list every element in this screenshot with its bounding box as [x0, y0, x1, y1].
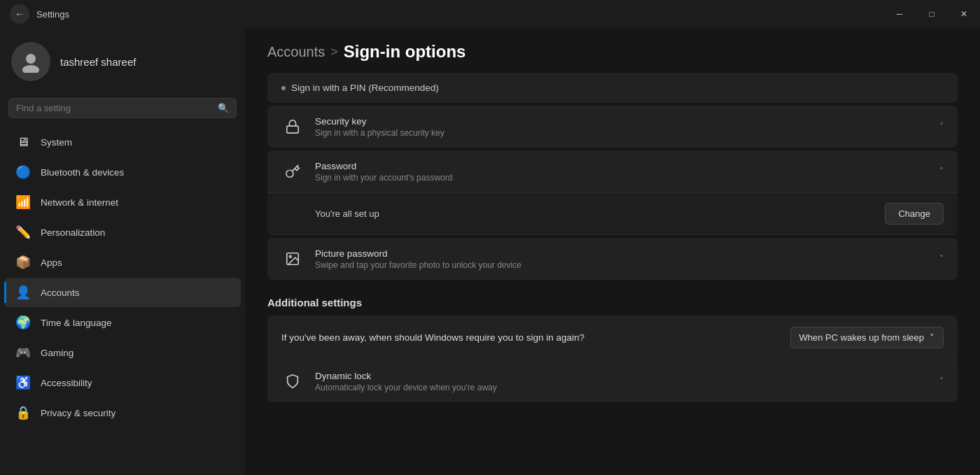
- security-key-card: Security key Sign in with a physical sec…: [267, 106, 958, 148]
- picture-password-chevron: ˅: [939, 254, 944, 264]
- security-key-row[interactable]: Security key Sign in with a physical sec…: [267, 106, 958, 148]
- sidebar-item-network[interactable]: 📶 Network & internet: [4, 187, 241, 217]
- picture-password-row[interactable]: Picture password Swipe and tap your favo…: [267, 238, 958, 280]
- pin-text: Sign in with a PIN (Recommended): [291, 83, 439, 93]
- sidebar-item-personalization[interactable]: ✏️ Personalization: [4, 218, 241, 247]
- password-row[interactable]: Password Sign in with your account's pas…: [267, 150, 958, 193]
- pin-dot-icon: [281, 86, 286, 90]
- picture-password-card: Picture password Swipe and tap your favo…: [267, 238, 958, 280]
- gaming-label: Gaming: [41, 348, 74, 358]
- sidebar-item-system[interactable]: 🖥 System: [4, 127, 241, 157]
- sidebar-item-time[interactable]: 🌍 Time & language: [4, 308, 241, 337]
- sidebar-item-accounts[interactable]: 👤 Accounts: [4, 278, 241, 307]
- gaming-icon: 🎮: [15, 345, 31, 360]
- additional-settings-heading: Additional settings: [267, 283, 958, 316]
- apps-icon: 📦: [15, 255, 31, 270]
- bluetooth-label: Bluetooth & devices: [41, 167, 124, 178]
- away-question: If you've been away, when should Windows…: [281, 332, 790, 343]
- settings-content: Sign in with a PIN (Recommended) Securit…: [245, 73, 980, 427]
- search-input[interactable]: [16, 103, 212, 113]
- avatar: [11, 42, 50, 81]
- password-title: Password: [315, 161, 928, 171]
- password-desc: Sign in with your account's password: [315, 173, 928, 183]
- accounts-label: Accounts: [41, 288, 80, 298]
- maximize-button[interactable]: □: [916, 0, 948, 28]
- main-layout: tashreef shareef 🔍 🖥 System 🔵 Bluetooth …: [0, 28, 980, 475]
- sidebar-item-bluetooth[interactable]: 🔵 Bluetooth & devices: [4, 157, 241, 187]
- sidebar-item-accessibility[interactable]: ♿ Accessibility: [4, 368, 241, 397]
- security-key-icon: [281, 115, 304, 138]
- username-label: tashreef shareef: [60, 56, 136, 68]
- svg-point-1: [22, 65, 39, 73]
- away-setting-row[interactable]: If you've been away, when should Windows…: [267, 316, 958, 360]
- setup-text: You're all set up: [315, 208, 379, 219]
- titlebar: ← Settings ─ □ ✕: [0, 0, 980, 28]
- search-wrap: 🔍: [0, 92, 245, 127]
- minimize-button[interactable]: ─: [883, 0, 916, 28]
- back-button[interactable]: ←: [10, 4, 29, 24]
- password-card: Password Sign in with your account's pas…: [267, 150, 958, 235]
- bluetooth-icon: 🔵: [15, 164, 31, 180]
- password-chevron: ˄: [939, 166, 944, 176]
- dynamic-lock-icon: [281, 370, 304, 392]
- window-controls: ─ □ ✕: [883, 0, 980, 28]
- pin-row[interactable]: Sign in with a PIN (Recommended): [267, 73, 958, 103]
- picture-password-text: Picture password Swipe and tap your favo…: [315, 248, 928, 270]
- sidebar: tashreef shareef 🔍 🖥 System 🔵 Bluetooth …: [0, 28, 245, 475]
- dynamic-lock-chevron: ˅: [939, 376, 944, 386]
- system-icon: 🖥: [15, 134, 31, 150]
- svg-point-4: [289, 255, 291, 257]
- nav-list: 🖥 System 🔵 Bluetooth & devices 📶 Network…: [0, 127, 245, 428]
- time-label: Time & language: [41, 318, 112, 328]
- security-key-chevron: ˅: [939, 122, 944, 132]
- svg-point-0: [26, 54, 36, 64]
- network-label: Network & internet: [41, 197, 118, 208]
- additional-settings-card: If you've been away, when should Windows…: [267, 316, 958, 402]
- search-icon: 🔍: [218, 103, 229, 113]
- dynamic-lock-row[interactable]: Dynamic lock Automatically lock your dev…: [267, 360, 958, 402]
- content-area: Accounts > Sign-in options Sign in with …: [245, 28, 980, 475]
- dropdown-chevron-icon: ˅: [930, 332, 934, 343]
- page-header: Accounts > Sign-in options: [245, 28, 980, 73]
- away-dropdown-value: When PC wakes up from sleep: [799, 332, 924, 343]
- security-key-text: Security key Sign in with a physical sec…: [315, 116, 928, 138]
- accessibility-label: Accessibility: [41, 378, 92, 388]
- password-text: Password Sign in with your account's pas…: [315, 161, 928, 183]
- search-box[interactable]: 🔍: [8, 98, 237, 118]
- sidebar-item-gaming[interactable]: 🎮 Gaming: [4, 338, 241, 367]
- page-title: Sign-in options: [344, 42, 466, 62]
- picture-password-desc: Swipe and tap your favorite photo to unl…: [315, 260, 928, 270]
- close-button[interactable]: ✕: [948, 0, 980, 28]
- security-key-desc: Sign in with a physical security key: [315, 128, 928, 138]
- svg-rect-2: [287, 126, 299, 133]
- security-key-title: Security key: [315, 116, 928, 127]
- picture-password-icon: [281, 248, 304, 270]
- away-dropdown[interactable]: When PC wakes up from sleep ˅: [790, 327, 944, 348]
- change-button[interactable]: Change: [885, 203, 944, 225]
- network-icon: 📶: [15, 194, 31, 210]
- password-inner: You're all set up Change: [267, 193, 958, 235]
- sidebar-item-apps[interactable]: 📦 Apps: [4, 248, 241, 277]
- apps-label: Apps: [41, 257, 62, 268]
- accessibility-icon: ♿: [15, 375, 31, 390]
- privacy-label: Privacy & security: [41, 408, 115, 418]
- dynamic-lock-desc: Automatically lock your device when you'…: [315, 383, 928, 392]
- breadcrumb-separator: >: [330, 45, 338, 59]
- breadcrumb-parent[interactable]: Accounts: [267, 44, 325, 60]
- dynamic-lock-text: Dynamic lock Automatically lock your dev…: [315, 371, 928, 392]
- personalization-label: Personalization: [41, 227, 105, 238]
- password-icon: [281, 160, 304, 183]
- system-label: System: [41, 137, 72, 148]
- user-profile[interactable]: tashreef shareef: [0, 28, 245, 92]
- personalization-icon: ✏️: [15, 225, 31, 240]
- accounts-icon: 👤: [15, 285, 31, 300]
- app-title: Settings: [36, 9, 69, 20]
- dynamic-lock-title: Dynamic lock: [315, 371, 928, 381]
- time-icon: 🌍: [15, 315, 31, 330]
- sidebar-item-privacy[interactable]: 🔒 Privacy & security: [4, 398, 241, 427]
- picture-password-title: Picture password: [315, 248, 928, 259]
- privacy-icon: 🔒: [15, 405, 31, 420]
